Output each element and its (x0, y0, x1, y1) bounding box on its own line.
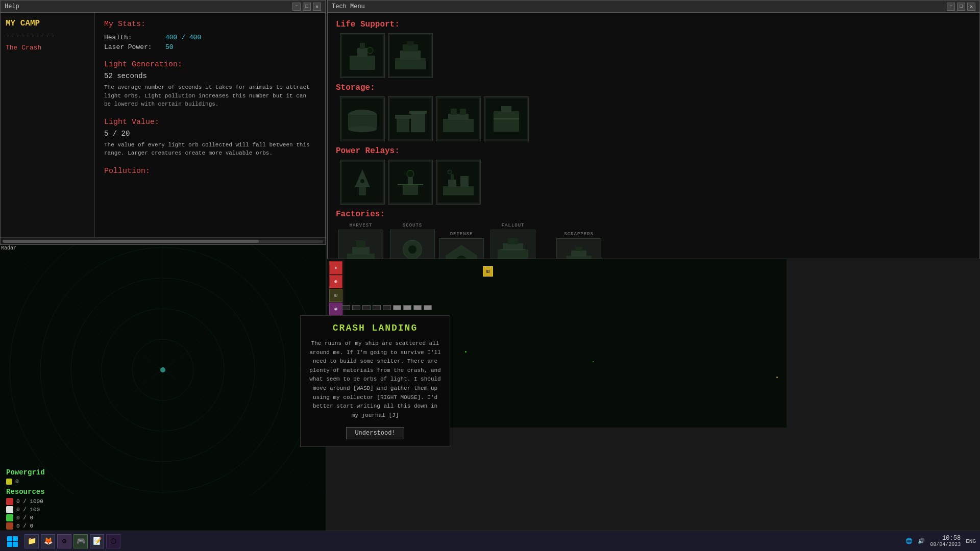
harvest-label: HARVEST (350, 223, 373, 228)
power-relays-row (340, 160, 971, 205)
taskbar-app-firefox[interactable]: 🦊 (41, 534, 55, 548)
svg-rect-18 (460, 109, 466, 115)
storage-title: Storage: (336, 83, 971, 92)
resources-title: Resources (6, 488, 45, 496)
sidebar-icon-3: ⊞ (334, 292, 337, 298)
prog-seg-1 (342, 305, 350, 310)
svg-rect-14 (409, 111, 427, 114)
svg-rect-22 (359, 187, 366, 195)
tech-item[interactable] (388, 160, 433, 205)
health-value: 400 / 400 (165, 34, 201, 41)
scrappers-item[interactable] (556, 238, 601, 259)
taskbar-right: 🌐 🔊 10:58 08/04/2023 ENG (905, 535, 976, 547)
svg-rect-35 (352, 247, 370, 255)
tech-item[interactable] (436, 96, 481, 141)
help-body: MY CAMP ---------- The Crash My Stats: H… (1, 13, 325, 237)
power-relays-title: Power Relays: (336, 146, 971, 156)
light-val-value: 5 / 20 (104, 130, 316, 138)
tech-restore-btn[interactable]: □ (957, 3, 965, 11)
help-close-btn[interactable]: ✕ (313, 3, 321, 11)
svg-rect-2 (360, 43, 365, 49)
tech-item[interactable] (388, 96, 433, 141)
scouts-group: SCOUTS +2 +3 +4 ▣ ⊕ (390, 223, 435, 259)
prog-seg-9 (424, 305, 432, 310)
sidebar-icon-2: ⊕ (334, 279, 337, 285)
svg-point-3 (367, 47, 373, 54)
prog-seg-4 (373, 305, 381, 310)
tech-item[interactable] (340, 160, 385, 205)
help-window: Help − □ ✕ MY CAMP ---------- The Crash … (0, 0, 326, 245)
defense-item[interactable] (439, 238, 484, 259)
help-sidebar-divider: ---------- (6, 32, 89, 40)
taskbar-app-notes[interactable]: 📝 (90, 534, 104, 548)
taskbar-app-settings[interactable]: ⚙ (57, 534, 71, 548)
factories-title: Factories: (336, 210, 971, 219)
resource-row-red: 0 / 1000 (6, 498, 45, 505)
svg-point-24 (360, 179, 364, 183)
light-val-title: Light Value: (104, 118, 316, 127)
volume-icon: 🔊 (918, 538, 925, 544)
svg-marker-23 (355, 169, 370, 187)
svg-rect-26 (408, 177, 413, 185)
svg-rect-38 (409, 257, 416, 259)
storage-row (340, 96, 971, 141)
start-button[interactable] (4, 533, 20, 549)
tech-window: Tech Menu − □ ✕ Life Support: Storage: (327, 0, 980, 259)
svg-rect-1 (357, 48, 368, 57)
radar-label: Radar (1, 245, 16, 251)
svg-point-10 (348, 126, 377, 132)
svg-rect-6 (403, 44, 418, 52)
help-restore-btn[interactable]: □ (303, 3, 311, 11)
help-minimize-btn[interactable]: − (292, 3, 301, 11)
terrain-dot (776, 377, 778, 378)
laser-label: Laser Power: (104, 43, 165, 51)
scouts-item[interactable] (390, 230, 435, 259)
svg-rect-47 (571, 251, 586, 257)
taskbar-time: 10:58 08/04/2023 (930, 535, 961, 547)
taskbar-app-files[interactable]: 📁 (24, 534, 39, 548)
tech-window-title: Tech Menu (332, 3, 365, 10)
tech-window-controls: − □ ✕ (947, 3, 975, 11)
resource-row-brown: 0 / 0 (6, 522, 45, 530)
sidebar-btn-red-2[interactable]: ⊕ (329, 275, 342, 288)
svg-point-39 (408, 245, 416, 254)
tech-minimize-btn[interactable]: − (947, 3, 955, 11)
powergrid-value: 0 (15, 479, 19, 485)
resource-icon-green (6, 514, 13, 521)
svg-rect-75 (7, 542, 12, 547)
stats-title: My Stats: (104, 20, 316, 29)
sidebar-btn-dim[interactable]: ⊞ (329, 289, 342, 302)
scrappers-group: SCRAPPERS ▣ ⊕ (556, 232, 601, 259)
svg-rect-32 (451, 174, 454, 180)
sidebar-btn-red-1[interactable]: ✦ (329, 261, 342, 274)
svg-point-69 (160, 367, 165, 372)
resource-val-red: 0 / 1000 (16, 498, 43, 505)
tech-item[interactable] (484, 96, 529, 141)
scrappers-label: SCRAPPERS (564, 232, 594, 237)
pollution-title: Pollution: (104, 167, 316, 176)
clock-date: 08/04/2023 (930, 542, 961, 547)
resource-row-white: 0 / 100 (6, 506, 45, 513)
taskbar-app-obsidian[interactable]: ⬡ (106, 534, 120, 548)
resource-row-green: 0 / 0 (6, 514, 45, 521)
understood-button[interactable]: Understood! (346, 427, 404, 439)
svg-rect-73 (7, 536, 12, 541)
tech-item[interactable] (436, 160, 481, 205)
fallout-item[interactable] (491, 230, 535, 259)
svg-rect-25 (403, 185, 418, 195)
prog-seg-2 (352, 305, 360, 310)
tech-close-btn[interactable]: ✕ (967, 3, 975, 11)
svg-rect-42 (498, 249, 528, 259)
svg-rect-5 (400, 51, 421, 60)
help-sidebar: MY CAMP ---------- The Crash (1, 13, 95, 237)
resource-val-brown: 0 / 0 (16, 523, 33, 529)
svg-rect-20 (501, 106, 511, 112)
svg-rect-36 (356, 240, 365, 247)
tech-item[interactable] (388, 33, 433, 78)
taskbar-app-game[interactable]: 🎮 (74, 534, 88, 548)
sidebar-btn-multi[interactable]: ⊛ (329, 303, 342, 316)
tech-item[interactable] (340, 33, 385, 78)
tech-item[interactable] (340, 96, 385, 141)
harvest-item[interactable] (338, 230, 383, 259)
sidebar-item-the-crash[interactable]: The Crash (6, 44, 89, 52)
